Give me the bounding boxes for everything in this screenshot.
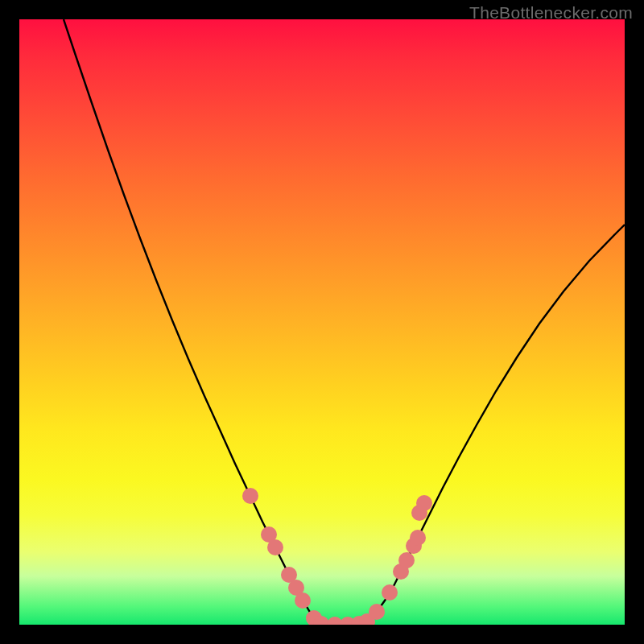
data-dot — [295, 592, 311, 609]
bottleneck-curve — [64, 19, 625, 625]
data-dot — [410, 530, 426, 546]
data-dot — [369, 604, 385, 620]
chart-plot-area — [19, 19, 625, 625]
chart-stage: TheBottlenecker.com — [0, 0, 644, 644]
data-dot — [267, 539, 283, 555]
data-dot — [416, 495, 432, 511]
bottleneck-curve-svg — [19, 19, 625, 625]
data-dot — [382, 584, 398, 601]
data-dot — [242, 488, 258, 504]
watermark-text: TheBottlenecker.com — [469, 3, 633, 23]
data-dots — [242, 488, 432, 625]
data-dot — [398, 552, 415, 568]
